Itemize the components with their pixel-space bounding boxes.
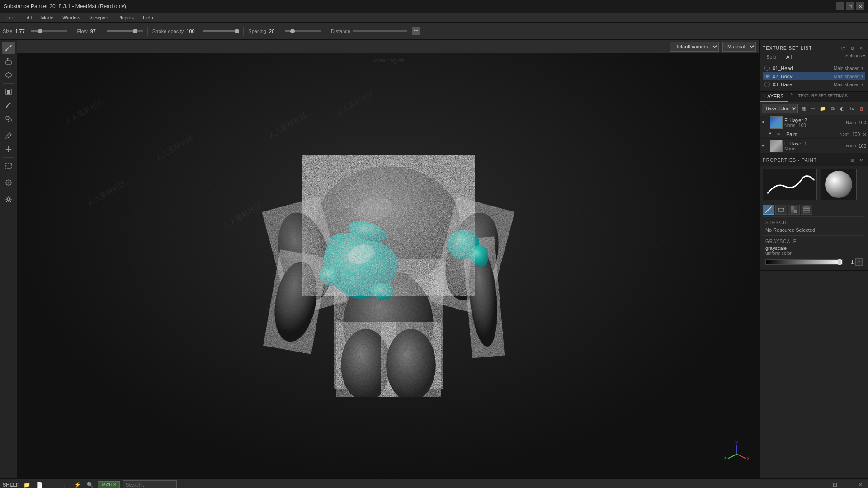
shelf-search-input[interactable] [123,480,177,488]
settings-dropdown[interactable]: Settings ▾ [845,53,865,61]
tab-all[interactable]: All [783,53,795,61]
eraser-tool[interactable] [2,55,15,68]
menu-mode[interactable]: Mode [37,14,58,21]
material-select[interactable]: Material [722,42,756,52]
props-expand-icon[interactable]: ⊞ [848,156,856,164]
delete-layer-btn[interactable]: 🗑 [857,103,866,113]
texture-set-tabs: Solo All Settings ▾ [763,53,865,61]
projection-tool[interactable] [2,69,15,81]
add-effect-btn[interactable]: fx [848,103,857,113]
shader-dropdown-icon-head[interactable]: ▾ [861,66,863,70]
texture-set-item-body[interactable]: 02_Body Main shader ▾ [763,72,865,80]
grayscale-slider[interactable] [765,259,843,265]
props-close-icon[interactable]: ✕ [857,156,865,164]
menu-help[interactable]: Help [138,14,158,21]
close-button[interactable]: ✕ [856,2,864,10]
tex-shader-head: Main shader [834,66,859,71]
distance-slider[interactable] [353,30,407,32]
refresh-icon[interactable]: ⟳ [839,44,847,52]
layer-paint-close[interactable]: ✕ [863,132,866,137]
tab-layers[interactable]: LAYERS [760,92,788,102]
add-paint-layer-btn[interactable]: ✏ [809,103,818,113]
radio-head[interactable] [764,66,770,71]
layer-paint-name: Paint [786,131,838,137]
shader-dropdown-icon-base[interactable]: ▾ [861,82,863,87]
texture-set-item-base[interactable]: 03_Base Main shader ▾ [763,80,865,89]
flow-slider[interactable] [107,30,143,32]
toolbar: Size 1.77 Flow 97 Stroke opacity 100 Spa… [0,23,868,40]
shader-dropdown-icon-body[interactable]: ▾ [861,74,863,79]
settings-tool[interactable] [2,193,15,206]
texture-set-item-head[interactable]: 01_Head Main shader ▾ [763,64,865,72]
menu-edit[interactable]: Edit [19,14,37,21]
spacing-slider[interactable] [285,30,321,32]
size-slider[interactable] [31,30,67,32]
brush-mode-paint[interactable] [763,205,774,215]
menu-file[interactable]: File [2,14,19,21]
layers-toolbar: Base Color ▦ ✏ 📁 ⧉ ◐ fx 🗑 [760,102,868,115]
menu-window[interactable]: Window [58,14,85,21]
brush-mode-layer[interactable] [801,205,812,215]
viewport[interactable]: Default camera Material 人人素材社区 人人素材社区 人人… [17,40,760,478]
stroke-type-icon[interactable] [412,27,420,35]
brush-mode-material[interactable] [788,205,800,215]
paint-brush-tool[interactable] [2,42,15,54]
toolbar-separator-2 [147,27,148,36]
transform-tool[interactable] [2,143,15,155]
close-panel-icon[interactable]: ✕ [857,44,865,52]
clone-tool[interactable] [2,113,15,125]
add-mask-btn[interactable]: ◐ [838,103,847,113]
shelf-active-filter[interactable]: Textu ✕ [98,481,120,488]
layer-1-visibility[interactable]: ● [762,143,768,149]
radio-base[interactable] [764,82,770,87]
shelf-grid-view-btn[interactable]: ⊞ [830,480,840,488]
shelf-filter-close[interactable]: ✕ [113,482,117,487]
layer-fill-1[interactable]: ● Fill layer 1 Norm Norm 100 [760,139,868,154]
smudge-tool[interactable] [2,99,15,112]
add-group-btn[interactable]: 📁 [818,103,827,113]
radio-body[interactable] [764,74,770,79]
svg-rect-33 [794,206,797,210]
shelf-title: SHELF [3,482,19,488]
clone-layer-btn[interactable]: ⧉ [828,103,837,113]
tex-shader-body: Main shader [834,74,859,79]
shelf-export-btn[interactable]: ↓ [60,480,70,488]
shelf-search-icon[interactable]: 🔍 [85,480,95,488]
layer-paint-sub[interactable]: ● ✏ Paint Norm 100 ✕ [760,130,868,139]
tex-shader-base: Main shader [834,82,859,87]
menu-plugins[interactable]: Plugins [113,14,138,21]
close-layers-tab[interactable]: ✕ [790,92,794,102]
brush-mode-eraser[interactable] [775,205,787,215]
props-content: Stencil No Resource Selected GRAYSCALE g… [760,166,868,270]
size-value: 1.77 [15,28,28,34]
stencil-value: No Resource Selected [765,226,863,234]
shelf-folder-btn[interactable]: 📁 [22,480,32,488]
shelf-header: SHELF 📁 📄 ↑ ↓ ⚡ 🔍 Textu ✕ ⊞ — ✕ [0,479,868,488]
minimize-button[interactable]: — [836,2,844,10]
camera-select[interactable]: Default camera [670,42,719,52]
svg-rect-35 [794,210,797,213]
layer-2-visibility[interactable]: ● [762,119,768,126]
tab-solo[interactable]: Solo [763,53,780,61]
shelf-close-btn[interactable]: ✕ [855,480,865,488]
material-picker-tool[interactable] [2,176,15,189]
color-picker-tool[interactable] [2,129,15,142]
layer-fill-2[interactable]: ● Fill layer 2 Norm 100 Norm 100 [760,115,868,130]
menu-viewport[interactable]: Viewport [85,14,113,21]
selection-tool[interactable] [2,160,15,172]
channel-select[interactable]: Base Color [762,104,798,113]
geometric-fill-tool[interactable] [2,85,15,98]
maximize-button[interactable]: □ [846,2,854,10]
shelf-minimize-btn[interactable]: — [843,480,853,488]
stroke-slider[interactable] [203,30,239,32]
add-fill-layer-btn[interactable]: ▦ [799,103,808,113]
shelf-import-btn[interactable]: ↑ [47,480,57,488]
grayscale-eyedropper[interactable]: ⊙ [855,258,863,266]
viewport-canvas[interactable]: 人人素材社区 人人素材社区 人人素材社区 人人素材社区 人人素材社区 人人素材社… [17,53,760,478]
stroke-label: Stroke opacity [152,28,184,34]
shelf-filter-btn[interactable]: ⚡ [72,480,82,488]
shelf-file-btn[interactable]: 📄 [34,480,44,488]
settings-icon[interactable]: ⚙ [848,44,856,52]
tab-texture-settings[interactable]: TEXTURE SET SETTINGS [794,92,852,102]
layer-paint-visibility[interactable]: ● [769,131,775,137]
